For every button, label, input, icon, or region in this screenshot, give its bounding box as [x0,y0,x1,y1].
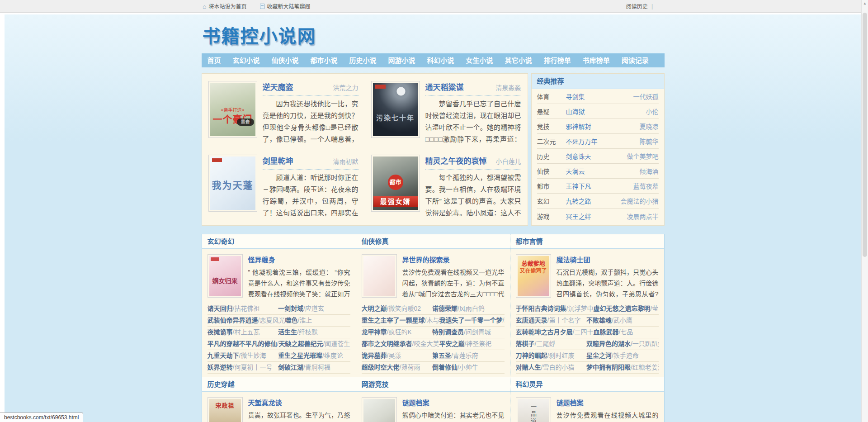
book-link[interactable]: 倒着修仙 [432,364,458,371]
book-title-link[interactable]: 谜题档案 [402,398,505,407]
book-link[interactable]: 诡异墓葬 [362,352,387,359]
book-link[interactable]: 武装仙帝异界逍遥 [208,317,258,324]
book-link[interactable]: 虚幻无悠之遗忘黎明 [593,305,650,312]
nav-item-kehuan[interactable]: 科幻小说 [421,53,460,67]
book-title-link[interactable]: 谜题档案 [557,398,659,407]
book-title-link[interactable]: 逆天魔盗 [263,81,293,92]
book-link[interactable]: 平安之巅 [439,340,464,347]
book-title-link[interactable]: 异世界的探索录 [402,255,505,264]
book-link[interactable]: 噬色 [285,317,297,324]
book-link[interactable]: 活生生 [278,328,297,336]
book-link[interactable]: 龙甲神章 [362,328,387,336]
nav-item-dushi[interactable]: 都市小说 [305,53,344,67]
nav-item-ranking[interactable]: 排行榜单 [538,53,577,67]
book-link[interactable]: 不死万万年 [566,137,640,146]
book-link[interactable]: 星尘之河 [586,352,612,359]
book-link[interactable]: 梦中拥有阴阳眼 [586,364,631,371]
author-link[interactable]: 倾海酒 [640,166,659,175]
author-link[interactable]: 陈毓华 [640,137,659,146]
column-header-link[interactable]: 仙侠修真 [362,237,389,245]
set-homepage-link[interactable]: ⌂ 将本站设为首页 [203,2,246,10]
book-link[interactable]: 一剑封域 [278,305,303,312]
column-header-link[interactable]: 都市言情 [516,237,543,245]
book-link[interactable]: 第五圣 [432,352,451,359]
book-cover[interactable]: 污染七十年 [371,81,420,138]
book-title-link[interactable]: 魔法骑士团 [557,255,659,264]
book-link[interactable]: 重生之主宰了一颗星球 [362,317,425,324]
book-link[interactable]: 妖界逆转 [208,364,233,371]
book-link[interactable]: 对赌人生 [516,364,541,371]
scrollbar-up-arrow[interactable]: ▲ [862,0,868,7]
author-link[interactable]: 夏晓凉 [640,122,659,131]
book-link[interactable]: 血脉武器 [593,328,618,336]
nav-item-library[interactable]: 书库榜单 [577,53,616,67]
column-header-link[interactable]: 科幻灵异 [516,380,543,388]
book-link[interactable]: 重生之星光璀璨 [278,352,322,359]
nav-item-home[interactable]: 首页 [202,53,227,67]
book-link[interactable]: 都市之文明继承者 [362,340,412,347]
book-cover[interactable]: 都市 最强女婿 [371,155,420,212]
book-link[interactable]: 我遗失了一千零一个梦 [439,317,502,324]
book-link[interactable]: 平凡的穿越不平凡的修仙 [208,340,277,347]
book-title-link[interactable]: 天堑真龙谈 [248,398,350,407]
browser-scrollbar[interactable]: ▲ [861,0,868,422]
nav-item-xuanhuan[interactable]: 玄幻小说 [227,53,266,67]
book-title-link[interactable]: 怪异缠身 [248,255,350,264]
book-cover[interactable] [362,397,397,422]
book-link[interactable]: 天澜云 [566,166,640,175]
book-link[interactable]: 冥王之绊 [566,212,627,221]
column-header-link[interactable]: 网游竞技 [362,380,389,388]
book-cover[interactable] [362,254,397,298]
book-link[interactable]: 玄转乾坤之古月夕晨 [516,328,573,336]
column-header-link[interactable]: 历史穿越 [208,380,235,388]
book-link[interactable]: 九转之路 [566,196,621,205]
book-title-link[interactable]: 精灵之午夜的哀悼 [425,155,487,166]
book-link[interactable]: 王神下凡 [566,181,633,190]
book-link[interactable]: 落棋子 [516,340,535,347]
book-description: ” 他凝视着沈三娘，缓缓道： “你究竟是什么人，和这件事又有芸汐传免费观看在线视… [248,267,350,299]
author-link[interactable]: 做个美梦吧 [627,152,659,161]
book-link[interactable]: 超级时空大佬 [362,364,400,371]
author-link[interactable]: 蓝莓夜幕 [633,181,659,190]
nav-item-wangyou[interactable]: 网游小说 [382,53,421,67]
book-cover[interactable]: 宋政祖 [208,397,243,422]
author-link[interactable]: 一代妖孤 [633,92,659,101]
author-link[interactable]: 小伦 [646,107,659,116]
book-description: 因为我还想找他比一比，究竟是他的刀快，还是我的剑快？但现他全身骨头都像□是已经散… [263,98,359,145]
book-link[interactable]: 刀神的崛起 [516,352,547,359]
book-cover[interactable]: 一品道门 [516,397,551,422]
book-cover[interactable]: 嫡女归来 [208,254,243,298]
book-link[interactable]: 诸天回归 [208,305,233,312]
book-link[interactable]: 剑意诛天 [566,152,627,161]
book-link[interactable]: 夜摊诡事 [208,328,233,336]
book-link[interactable]: 剑破江湖 [278,364,303,371]
book-link[interactable]: 大明之巅 [362,305,387,312]
book-cover[interactable]: <亲手打造> 一个豪门 墨岩 [208,81,257,138]
scrollbar-thumb[interactable] [863,13,867,257]
nav-item-reading-record[interactable]: 阅读记录 [616,53,655,67]
nav-item-xianxia[interactable]: 仙侠小说 [266,53,305,67]
book-cover[interactable]: 总裁爹地 又在偷鸡了 [516,254,551,298]
book-link[interactable]: 山海狱 [566,107,646,116]
nav-item-nvsheng[interactable]: 女生小说 [460,53,499,67]
book-link[interactable]: 特别调查员 [432,328,464,336]
book-link[interactable]: 玄唐通天录 [516,317,547,324]
book-title-link[interactable]: 剑里乾坤 [263,155,293,166]
book-link[interactable]: 邪神解封 [566,122,640,131]
bookmark-site-link[interactable]: 收藏新大陆笔趣阁 [260,2,310,10]
book-link[interactable]: 不败雄魂 [586,317,612,324]
column-header-link[interactable]: 玄幻奇幻 [208,237,235,245]
book-link[interactable]: 诺德荣耀 [432,305,458,312]
book-link[interactable]: 九重天劫下 [208,352,239,359]
author-link[interactable]: 会魔法的小猪 [621,196,659,205]
book-link[interactable]: 于怀阳古典诗词集 [516,305,566,312]
book-link[interactable]: 寻剑集 [566,92,633,101]
book-link[interactable]: 天缺之超兽纪元 [278,340,323,347]
book-title-link[interactable]: 通天稻粱谋 [425,81,464,92]
nav-item-qita[interactable]: 其它小说 [499,53,538,67]
nav-item-lishi[interactable]: 历史小说 [344,53,382,67]
book-link[interactable]: 双瞳异色的湖水 [586,340,631,347]
book-cover[interactable]: 我为天蓬 [208,155,257,212]
reading-history-link[interactable]: 阅读历史 [626,2,648,10]
author-link[interactable]: 凌晨两点半 [627,212,659,221]
